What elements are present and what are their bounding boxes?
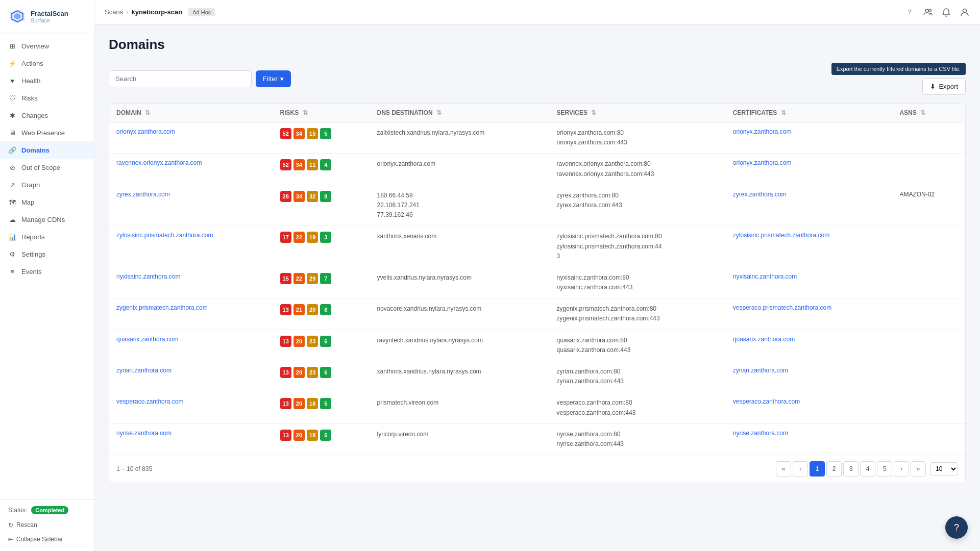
services-cell: nyxisainc.zanthora.com:80nyxisainc.zanth…	[550, 267, 726, 298]
filter-button[interactable]: Filter ▾	[256, 70, 291, 87]
domain-link[interactable]: zygenix.prismatech.zanthora.com	[116, 304, 208, 311]
risk-badge: 7	[320, 273, 331, 284]
events-icon: ≡	[8, 267, 16, 276]
certificate-link[interactable]: nyrise.zanthora.com	[733, 430, 788, 437]
collapse-sidebar-button[interactable]: ⇤ Collapse Sidebar	[8, 534, 86, 545]
certificate-link[interactable]: orionyx.zanthora.com	[733, 128, 792, 135]
table-row: quasarix.zanthora.com 1320236 ravyntech.…	[109, 330, 965, 361]
breadcrumb-badge: Ad Hoc	[188, 8, 215, 16]
risk-badge: 34	[293, 159, 305, 170]
domain-link[interactable]: zyrian.zanthora.com	[116, 367, 172, 374]
sidebar-item-manage-cdns[interactable]: ☁Manage CDNs	[0, 211, 94, 228]
bell-icon[interactable]	[941, 7, 951, 17]
page-button[interactable]: ›	[894, 461, 909, 477]
changes-icon: ✱	[8, 111, 16, 119]
page-button[interactable]: 4	[860, 461, 875, 477]
dns-cell: orionyx.zanthora.com	[370, 154, 549, 185]
page-button[interactable]: 5	[877, 461, 892, 477]
table-row: vesperaco.zanthora.com 1320185 prismatec…	[109, 392, 965, 423]
col-services[interactable]: SERVICES ⇅	[550, 104, 726, 122]
col-dns[interactable]: DNS DESTINATION ⇅	[370, 104, 549, 122]
domain-link[interactable]: zyrex.zanthora.com	[116, 191, 170, 198]
domain-link[interactable]: nyrise.zanthora.com	[116, 430, 172, 437]
certificate-link[interactable]: zylosisinc.prismatech.zanthora.com	[733, 232, 829, 239]
page-button[interactable]: 1	[810, 461, 825, 477]
help-fab-button[interactable]: ?	[945, 516, 968, 539]
certificate-link[interactable]: vesperaco.prismatech.zanthora.com	[733, 304, 831, 311]
sidebar-item-reports[interactable]: 📊Reports	[0, 228, 94, 245]
certificate-link[interactable]: quasarix.zanthora.com	[733, 336, 795, 343]
export-button[interactable]: ⬇ Export	[922, 78, 966, 95]
domain-link[interactable]: quasarix.zanthora.com	[116, 336, 178, 343]
domain-link[interactable]: nyxisainc.zanthora.com	[116, 273, 180, 280]
sidebar-item-overview[interactable]: ⊞Overview	[0, 37, 94, 55]
group-icon[interactable]	[923, 7, 933, 17]
sidebar-item-map[interactable]: 🗺Map	[0, 193, 94, 211]
breadcrumb-scans[interactable]: Scans	[105, 8, 123, 16]
out-of-scope-icon: ⊘	[8, 163, 16, 171]
search-input[interactable]	[109, 70, 252, 87]
page-size-select[interactable]: 102550100	[930, 462, 958, 475]
certificate-link[interactable]: zyrex.zanthora.com	[733, 191, 787, 198]
svg-point-3	[925, 9, 928, 12]
risk-badge: 22	[293, 273, 305, 284]
dns-cell: ravyntech.xandrius.nylara.nyrasys.com	[370, 330, 549, 361]
risk-badge: 19	[307, 232, 318, 243]
asn-cell	[892, 154, 965, 185]
risk-badge: 34	[293, 128, 305, 139]
user-icon[interactable]	[960, 7, 970, 17]
topbar: Scans › kyneticorp-scan Ad Hoc ?	[94, 0, 980, 24]
sidebar-item-events[interactable]: ≡Events	[0, 263, 94, 280]
col-risks[interactable]: RISKS ⇅	[273, 104, 370, 122]
certificate-link[interactable]: orionyx.zanthora.com	[733, 159, 792, 166]
sidebar-item-changes[interactable]: ✱Changes	[0, 107, 94, 124]
col-domain[interactable]: DOMAIN ⇅	[109, 104, 273, 122]
risk-badge: 15	[307, 128, 318, 139]
page-range: 1 – 10 of 835	[116, 465, 152, 472]
sidebar-item-domains[interactable]: 🔗Domains	[0, 141, 94, 159]
sidebar-item-web-presence[interactable]: 🖥Web Presence	[0, 124, 94, 141]
risk-badge: 13	[280, 430, 291, 441]
domain-link[interactable]: ravennex.orionyx.zanthora.com	[116, 159, 202, 166]
sidebar-item-settings[interactable]: ⚙Settings	[0, 245, 94, 263]
sidebar-item-label: Manage CDNs	[21, 216, 65, 223]
risk-badge: 23	[307, 367, 318, 378]
asn-cell	[892, 122, 965, 154]
filter-chevron-icon: ▾	[280, 75, 284, 83]
page-button[interactable]: 2	[826, 461, 842, 477]
sidebar-item-actions[interactable]: ⚡Actions	[0, 55, 94, 72]
domain-sort-icon: ⇅	[145, 109, 150, 116]
col-certificates[interactable]: CERTIFICATES ⇅	[726, 104, 893, 122]
sidebar-item-out-of-scope[interactable]: ⊘Out of Scope	[0, 159, 94, 176]
services-cell: zyrian.zanthora.com:80zyrian.zanthora.co…	[550, 361, 726, 392]
risk-badge: 11	[307, 159, 318, 170]
sidebar-item-graph[interactable]: ↗Graph	[0, 176, 94, 193]
domain-link[interactable]: orionyx.zanthora.com	[116, 128, 175, 135]
risk-badge: 5	[320, 398, 331, 409]
certificate-link[interactable]: nyxisainc.zanthora.com	[733, 273, 797, 280]
sidebar-nav: ⊞Overview⚡Actions♥Health🛡Risks✱Changes🖥W…	[0, 33, 94, 499]
sidebar-item-health[interactable]: ♥Health	[0, 72, 94, 89]
domain-link[interactable]: zylosisinc.prismatech.zanthora.com	[116, 232, 213, 239]
page-button[interactable]: ‹	[793, 461, 808, 477]
services-cell: orionyx.zanthora.com:80orionyx.zanthora.…	[550, 122, 726, 154]
services-sort-icon: ⇅	[591, 109, 596, 116]
sidebar-item-label: Overview	[21, 42, 49, 50]
sidebar-item-label: Settings	[21, 251, 45, 258]
rescan-button[interactable]: ↻ Rescan	[8, 519, 86, 531]
domain-link[interactable]: vesperaco.zanthora.com	[116, 398, 183, 405]
services-cell: zygenix.prismatech.zanthora.com:80zygeni…	[550, 298, 726, 330]
sidebar-item-label: Web Presence	[21, 129, 65, 137]
col-asns[interactable]: ASNS ⇅	[892, 104, 965, 122]
sidebar-item-risks[interactable]: 🛡Risks	[0, 89, 94, 107]
table-row: nyrise.zanthora.com 1320185 lyricorp.vir…	[109, 423, 965, 455]
help-icon[interactable]: ?	[904, 7, 915, 17]
certificate-link[interactable]: vesperaco.zanthora.com	[733, 398, 800, 405]
page-button[interactable]: »	[911, 461, 926, 477]
sidebar: FractalScan Surface ⊞Overview⚡Actions♥He…	[0, 0, 94, 551]
risk-badge: 52	[280, 128, 291, 139]
page-button[interactable]: «	[776, 461, 791, 477]
page-button[interactable]: 3	[843, 461, 859, 477]
risk-badge: 32	[307, 191, 318, 202]
certificate-link[interactable]: zyrian.zanthora.com	[733, 367, 788, 374]
